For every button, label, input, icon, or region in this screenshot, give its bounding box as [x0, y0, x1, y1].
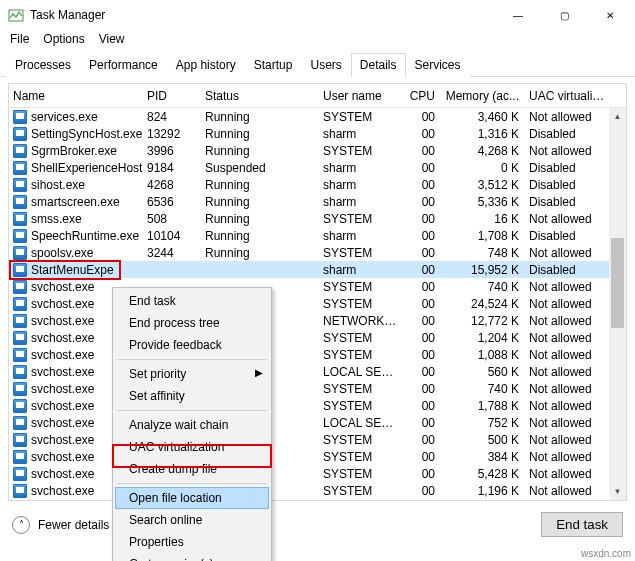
cell-cpu: 00 — [403, 195, 441, 209]
cell-uac: Not allowed — [525, 331, 615, 345]
tab-app-history[interactable]: App history — [167, 53, 245, 77]
table-row[interactable]: spoolsv.exe3244RunningSYSTEM00748 KNot a… — [9, 244, 626, 261]
table-row[interactable]: svchost.exeSYSTEM001,088 KNot allowed — [9, 346, 626, 363]
cell-memory: 1,204 K — [441, 331, 525, 345]
table-row[interactable]: services.exe824RunningSYSTEM003,460 KNot… — [9, 108, 626, 125]
cell-user: SYSTEM — [319, 399, 403, 413]
maximize-button[interactable]: ▢ — [541, 0, 587, 30]
table-row[interactable]: ShellExperienceHost....9184Suspendedshar… — [9, 159, 626, 176]
process-name: SgrmBroker.exe — [31, 144, 117, 158]
tab-startup[interactable]: Startup — [245, 53, 302, 77]
col-memory[interactable]: Memory (ac... — [441, 89, 525, 103]
menu-item-set-affinity[interactable]: Set affinity — [115, 385, 269, 407]
end-task-button[interactable]: End task — [541, 512, 623, 537]
table-row[interactable]: svchost.exeSYSTEM00500 KNot allowed — [9, 431, 626, 448]
cell-uac: Disabled — [525, 263, 615, 277]
table-row[interactable]: svchost.exeSYSTEM001,196 KNot allowed — [9, 482, 626, 499]
cell-status: Running — [201, 195, 319, 209]
cell-pid: 6536 — [143, 195, 201, 209]
process-icon — [13, 280, 27, 294]
cell-uac: Not allowed — [525, 144, 615, 158]
col-uac[interactable]: UAC virtualizati... — [525, 89, 615, 103]
table-row[interactable]: svchost.exeLOCAL SER...00752 KNot allowe… — [9, 414, 626, 431]
table-row[interactable]: svchost.exeSYSTEM001,204 KNot allowed — [9, 329, 626, 346]
fewer-details-link[interactable]: Fewer details — [38, 518, 109, 532]
table-row[interactable]: StartMenuExpesharm0015,952 KDisabled — [9, 261, 626, 278]
cell-cpu: 00 — [403, 280, 441, 294]
cell-pid: 3244 — [143, 246, 201, 260]
cell-status: Running — [201, 144, 319, 158]
table-row[interactable]: smartscreen.exe6536Runningsharm005,336 K… — [9, 193, 626, 210]
col-status[interactable]: Status — [201, 89, 319, 103]
menu-item-provide-feedback[interactable]: Provide feedback — [115, 334, 269, 356]
cell-uac: Disabled — [525, 229, 615, 243]
table-row[interactable]: svchost.exeSYSTEM0024,524 KNot allowed — [9, 295, 626, 312]
cell-cpu: 00 — [403, 229, 441, 243]
scroll-thumb[interactable] — [611, 238, 624, 328]
table-row[interactable]: svchost.exeSYSTEM00740 KNot allowed — [9, 278, 626, 295]
menu-options[interactable]: Options — [43, 32, 84, 46]
menu-item-end-task[interactable]: End task — [115, 290, 269, 312]
table-row[interactable]: smss.exe508RunningSYSTEM0016 KNot allowe… — [9, 210, 626, 227]
process-icon — [13, 416, 27, 430]
table-row[interactable]: svchost.exeSYSTEM001,788 KNot allowed — [9, 397, 626, 414]
menu-item-properties[interactable]: Properties — [115, 531, 269, 553]
cell-status: Running — [201, 212, 319, 226]
close-button[interactable]: ✕ — [587, 0, 633, 30]
scroll-up-icon[interactable]: ▲ — [609, 108, 626, 125]
cell-uac: Not allowed — [525, 246, 615, 260]
cell-status: Running — [201, 246, 319, 260]
menu-item-end-process-tree[interactable]: End process tree — [115, 312, 269, 334]
cell-uac: Not allowed — [525, 365, 615, 379]
cell-uac: Not allowed — [525, 433, 615, 447]
menu-view[interactable]: View — [99, 32, 125, 46]
col-user[interactable]: User name — [319, 89, 403, 103]
table-row[interactable]: svchost.exeSYSTEM00384 KNot allowed — [9, 448, 626, 465]
vertical-scrollbar[interactable]: ▲ ▼ — [609, 108, 626, 500]
minimize-button[interactable]: — — [495, 0, 541, 30]
menu-item-go-to-service-s-[interactable]: Go to service(s) — [115, 553, 269, 561]
menu-item-set-priority[interactable]: Set priority▶ — [115, 363, 269, 385]
cell-cpu: 00 — [403, 212, 441, 226]
cell-cpu: 00 — [403, 484, 441, 498]
menu-item-uac-virtualization[interactable]: UAC virtualization — [115, 436, 269, 458]
table-row[interactable]: SgrmBroker.exe3996RunningSYSTEM004,268 K… — [9, 142, 626, 159]
table-row[interactable]: SettingSyncHost.exe13292Runningsharm001,… — [9, 125, 626, 142]
col-cpu[interactable]: CPU — [403, 89, 441, 103]
col-name[interactable]: Name — [9, 89, 143, 103]
column-headers[interactable]: Name PID Status User name CPU Memory (ac… — [9, 84, 626, 108]
table-row[interactable]: svchost.exeLOCAL SER...00560 KNot allowe… — [9, 363, 626, 380]
tab-details[interactable]: Details — [351, 53, 406, 77]
cell-memory: 560 K — [441, 365, 525, 379]
cell-memory: 1,196 K — [441, 484, 525, 498]
tab-services[interactable]: Services — [406, 53, 470, 77]
cell-cpu: 00 — [403, 331, 441, 345]
process-name: svchost.exe — [31, 331, 94, 345]
menu-item-create-dump-file[interactable]: Create dump file — [115, 458, 269, 480]
menu-file[interactable]: File — [10, 32, 29, 46]
col-pid[interactable]: PID — [143, 89, 201, 103]
table-row[interactable]: sihost.exe4268Runningsharm003,512 KDisab… — [9, 176, 626, 193]
cell-memory: 1,788 K — [441, 399, 525, 413]
cell-pid: 4268 — [143, 178, 201, 192]
cell-user: sharm — [319, 127, 403, 141]
cell-user: SYSTEM — [319, 348, 403, 362]
cell-uac: Not allowed — [525, 450, 615, 464]
table-row[interactable]: SpeechRuntime.exe10104Runningsharm001,70… — [9, 227, 626, 244]
cell-user: LOCAL SER... — [319, 416, 403, 430]
tab-processes[interactable]: Processes — [6, 53, 80, 77]
scroll-down-icon[interactable]: ▼ — [609, 483, 626, 500]
process-name: svchost.exe — [31, 348, 94, 362]
table-row[interactable]: svchost.exeSYSTEM00740 KNot allowed — [9, 380, 626, 397]
menu-item-open-file-location[interactable]: Open file location — [115, 487, 269, 509]
menu-item-search-online[interactable]: Search online — [115, 509, 269, 531]
tab-users[interactable]: Users — [301, 53, 350, 77]
process-name: SettingSyncHost.exe — [31, 127, 142, 141]
table-row[interactable]: svchost.exeNETWORK ...0012,772 KNot allo… — [9, 312, 626, 329]
chevron-up-icon[interactable]: ˄ — [12, 516, 30, 534]
tab-performance[interactable]: Performance — [80, 53, 167, 77]
cell-user: SYSTEM — [319, 212, 403, 226]
menu-item-analyze-wait-chain[interactable]: Analyze wait chain — [115, 414, 269, 436]
table-row[interactable]: svchost.exeSYSTEM005,428 KNot allowed — [9, 465, 626, 482]
process-icon — [13, 161, 27, 175]
